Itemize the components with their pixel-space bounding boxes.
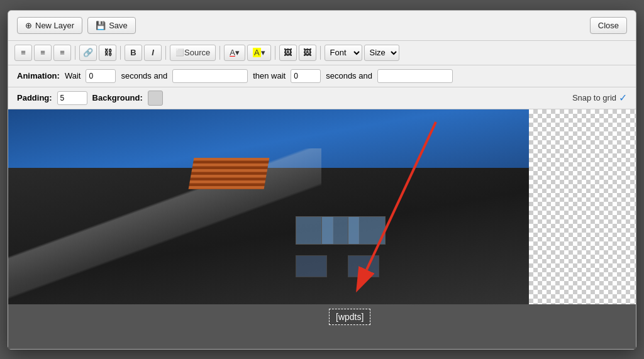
- transparent-area: [529, 109, 636, 304]
- snap-to-grid-container: Snap to grid ✓: [572, 92, 627, 104]
- canvas-text-element[interactable]: [wpdts]: [329, 309, 370, 325]
- wood-slats: [188, 158, 269, 189]
- close-button[interactable]: Close: [590, 17, 627, 34]
- font-color-button[interactable]: A ▾: [224, 45, 245, 61]
- title-bar: ⊕ New Layer 💾 Save Close: [8, 11, 636, 41]
- formatting-toolbar: ≡ ≡ ≡ 🔗 ⛓ B I ⬜ Source A ▾: [8, 41, 636, 65]
- save-button[interactable]: 💾 Save: [87, 17, 136, 34]
- wait-label: Wait: [65, 71, 81, 80]
- image2-icon: 🖼: [303, 48, 311, 57]
- padding-row: Padding: Background: Snap to grid ✓: [8, 87, 636, 109]
- title-bar-left: ⊕ New Layer 💾 Save: [17, 17, 136, 34]
- window-5: [348, 255, 379, 277]
- bold-icon: B: [130, 48, 136, 57]
- align-center-icon: ≡: [40, 48, 45, 57]
- separator-3: [165, 46, 166, 60]
- animation-label: Animation:: [17, 71, 60, 80]
- animation-options-row: Animation: Wait seconds and then wait se…: [8, 65, 636, 87]
- seconds-and-1: seconds and: [121, 71, 167, 80]
- separator-1: [75, 46, 75, 60]
- seconds-and-2: seconds and: [326, 71, 372, 80]
- layer-editor-dialog: ⊕ New Layer 💾 Save Close ≡ ≡ ≡ 🔗 ⛓: [8, 10, 636, 350]
- animation-text-input-2[interactable]: [377, 69, 453, 83]
- align-center-button[interactable]: ≡: [34, 45, 52, 61]
- separator-2: [120, 46, 121, 60]
- source-button[interactable]: ⬜ Source: [170, 45, 216, 61]
- building-surface: [8, 148, 321, 304]
- background-label: Background:: [92, 93, 143, 102]
- align-right-button[interactable]: ≡: [53, 45, 71, 61]
- wait-input[interactable]: [86, 69, 116, 83]
- link-button[interactable]: 🔗: [79, 45, 97, 61]
- new-layer-icon: ⊕: [25, 21, 32, 30]
- image-icon: 🖼: [284, 48, 292, 57]
- font-highlight-label: A: [253, 48, 261, 57]
- separator-6: [320, 46, 321, 60]
- close-label: Close: [598, 21, 619, 30]
- separator-5: [275, 46, 275, 60]
- font-highlight-button[interactable]: A ▾: [247, 45, 271, 61]
- building-image: [8, 109, 530, 304]
- italic-icon: I: [152, 48, 154, 57]
- snap-to-grid-checkmark[interactable]: ✓: [619, 92, 627, 104]
- save-icon: 💾: [96, 21, 106, 30]
- unlink-button[interactable]: ⛓: [99, 45, 116, 61]
- padding-input[interactable]: [57, 91, 87, 105]
- source-label: Source: [184, 48, 210, 57]
- font-color-dropdown-icon: ▾: [235, 48, 240, 57]
- canvas-area: [wpdts]: [8, 109, 636, 349]
- canvas-text-value: [wpdts]: [336, 312, 364, 322]
- bold-button[interactable]: B: [125, 45, 142, 61]
- align-right-icon: ≡: [60, 48, 65, 57]
- image-button[interactable]: 🖼: [279, 45, 297, 61]
- snap-to-grid-label: Snap to grid: [572, 93, 616, 102]
- font-select[interactable]: Font: [325, 45, 362, 61]
- window-4: [296, 255, 327, 277]
- size-select[interactable]: Size: [364, 45, 399, 61]
- align-left-icon: ≡: [21, 48, 26, 57]
- source-icon: ⬜: [175, 48, 184, 57]
- separator-4: [219, 46, 220, 60]
- padding-label: Padding:: [17, 93, 52, 102]
- save-label: Save: [109, 21, 128, 30]
- window-3: [348, 216, 386, 245]
- then-wait-input[interactable]: [291, 69, 321, 83]
- italic-button[interactable]: I: [144, 45, 162, 61]
- unlink-icon: ⛓: [104, 48, 112, 57]
- then-wait-label: then wait: [253, 71, 286, 80]
- animation-text-input-1[interactable]: [172, 69, 248, 83]
- link-icon: 🔗: [83, 48, 93, 57]
- image2-button[interactable]: 🖼: [299, 45, 316, 61]
- font-color-label: A: [230, 48, 235, 57]
- background-color-picker[interactable]: [148, 91, 163, 106]
- align-left-button[interactable]: ≡: [14, 45, 32, 61]
- new-layer-button[interactable]: ⊕ New Layer: [17, 17, 82, 34]
- font-highlight-dropdown-icon: ▾: [261, 48, 265, 57]
- new-layer-label: New Layer: [35, 21, 74, 30]
